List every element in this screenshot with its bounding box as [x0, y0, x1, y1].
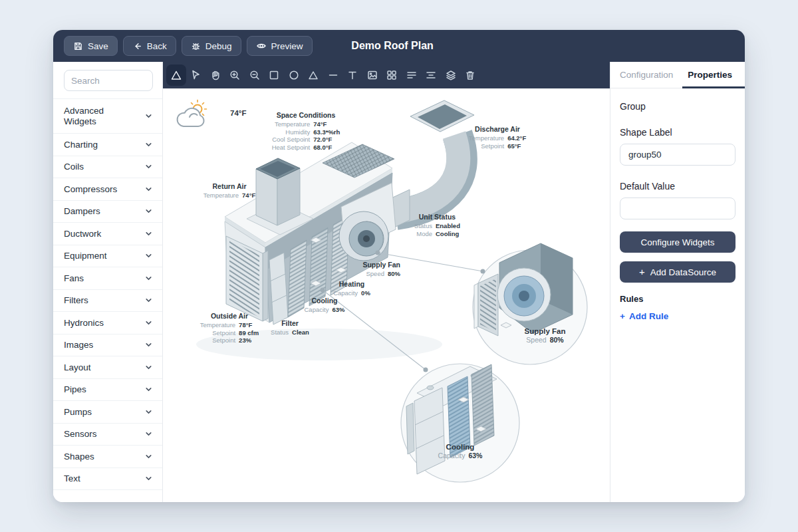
tool-zoom-in[interactable] [225, 62, 245, 88]
cooling-label[interactable]: Cooling Capacity63% [291, 297, 358, 314]
pointer-icon [190, 69, 201, 81]
tool-align-left[interactable] [402, 62, 422, 88]
tool-pointer[interactable] [186, 62, 206, 88]
sidebar-item-label: Ductwork [64, 229, 101, 239]
circle-icon [288, 69, 300, 81]
heating-label[interactable]: Heating Capacity0% [319, 280, 385, 297]
chevron-down-icon [144, 185, 153, 194]
default-value-label: Default Value [620, 181, 735, 192]
chevron-down-icon [144, 363, 153, 372]
sidebar-item-dampers[interactable]: Dampers [53, 201, 162, 223]
preview-label: Preview [271, 41, 303, 51]
chevron-down-icon [144, 296, 153, 305]
save-icon [73, 41, 83, 51]
configure-widgets-button[interactable]: Configure Widgets [620, 231, 735, 253]
tool-triangle[interactable] [166, 62, 186, 88]
sidebar-item-charting[interactable]: Charting [53, 134, 162, 156]
sidebar-item-label: Equipment [64, 251, 107, 261]
sidebar-item-pipes[interactable]: Pipes [53, 379, 162, 402]
sidebar-item-advanced-widgets[interactable]: Advanced Widgets [53, 99, 162, 134]
image-icon [366, 69, 378, 81]
sidebar-item-fans[interactable]: Fans [53, 267, 162, 290]
app-window: Save Back Debug Preview Demo Roof Plan A… [53, 30, 745, 502]
supply-fan-label[interactable]: Supply Fan Speed80% [332, 261, 400, 278]
chevron-down-icon [144, 385, 153, 394]
default-value-input[interactable] [620, 198, 735, 219]
cooling-callout-label[interactable]: Cooling Capacity63% [427, 443, 493, 460]
widget-sidebar: Advanced Widgets Charting Coils Compress… [53, 62, 163, 502]
sidebar-item-filters[interactable]: Filters [53, 290, 162, 313]
sidebar-item-label: Pumps [64, 407, 92, 417]
chevron-down-icon [144, 112, 153, 120]
search-input[interactable] [64, 70, 153, 91]
chevron-down-icon [144, 452, 153, 461]
tool-text[interactable] [343, 62, 363, 88]
tool-align-center[interactable] [422, 62, 442, 88]
return-air-label[interactable]: Return Air Temperature74°F [190, 182, 269, 200]
widgets-grid-icon [386, 69, 398, 81]
sidebar-item-sensors[interactable]: Sensors [53, 424, 162, 446]
drawing-canvas[interactable]: 74°F Space Conditions Temperature74°F Hu… [163, 88, 610, 502]
chevron-down-icon [144, 430, 153, 438]
bug-icon [191, 41, 201, 51]
sidebar-item-label: Coils [64, 162, 84, 172]
tool-rectangle[interactable] [265, 62, 285, 88]
sidebar-item-images[interactable]: Images [53, 334, 162, 357]
cooling-callout[interactable] [401, 364, 519, 482]
chevron-down-icon [144, 229, 153, 238]
rectangle-icon [268, 69, 280, 81]
chevron-down-icon [144, 319, 153, 327]
align-center-icon [425, 69, 437, 81]
debug-button[interactable]: Debug [182, 36, 241, 56]
add-rule-label: Add Rule [629, 311, 668, 321]
sidebar-item-label: Text [64, 473, 80, 483]
tool-circle[interactable] [284, 62, 304, 88]
tool-widgets[interactable] [382, 62, 402, 88]
sidebar-item-label: Filters [64, 295, 88, 305]
sidebar-item-pumps[interactable]: Pumps [53, 401, 162, 424]
sidebar-item-label: Fans [64, 273, 84, 283]
space-conditions-label[interactable]: Space Conditions Temperature74°F Humidit… [263, 111, 349, 151]
sidebar-item-label: Images [64, 340, 93, 350]
discharge-air-label[interactable]: Discharge Air Temperature64.2°F Setpoint… [458, 125, 537, 150]
active-tab-underline [682, 86, 745, 88]
sidebar-item-ductwork[interactable]: Ductwork [53, 223, 162, 245]
tool-image[interactable] [362, 62, 382, 88]
tool-layers[interactable] [441, 62, 461, 88]
supply-fan-callout[interactable] [473, 243, 587, 364]
sidebar-item-shapes[interactable]: Shapes [53, 446, 162, 468]
sidebar-item-text[interactable]: Text [53, 468, 162, 491]
tab-configuration[interactable]: Configuration [620, 70, 673, 80]
triangle-icon [307, 69, 319, 81]
supply-fan-callout-label[interactable]: Supply Fan Speed80% [507, 327, 583, 344]
save-button[interactable]: Save [64, 36, 118, 56]
back-button[interactable]: Back [123, 36, 176, 56]
sidebar-item-compressors[interactable]: Compressors [53, 178, 162, 201]
unit-status-label[interactable]: Unit Status StatusEnabled ModeCooling [399, 213, 475, 237]
sidebar-item-label: Advanced Widgets [64, 106, 114, 127]
add-datasource-button[interactable]: + Add DataSource [620, 261, 735, 283]
tool-zoom-out[interactable] [245, 62, 265, 88]
add-rule-button[interactable]: + Add Rule [620, 311, 668, 321]
preview-button[interactable]: Preview [247, 36, 313, 56]
chevron-down-icon [144, 162, 153, 171]
tool-line[interactable] [323, 62, 343, 88]
sidebar-item-label: Compressors [64, 184, 117, 194]
plus-icon: + [620, 311, 625, 321]
back-label: Back [147, 41, 167, 51]
add-datasource-label: Add DataSource [650, 267, 716, 277]
filter-label[interactable]: Filter StatusClean [257, 319, 323, 336]
sidebar-item-coils[interactable]: Coils [53, 156, 162, 179]
configure-widgets-label: Configure Widgets [640, 237, 714, 247]
sidebar-item-hydronics[interactable]: Hydronics [53, 312, 162, 334]
tool-delete[interactable] [461, 62, 481, 88]
sidebar-item-layout[interactable]: Layout [53, 356, 162, 379]
chevron-down-icon [144, 140, 153, 149]
tool-triangle-shape[interactable] [304, 62, 324, 88]
tab-properties[interactable]: Properties [688, 70, 732, 80]
zoom-in-icon [229, 69, 241, 81]
sidebar-item-equipment[interactable]: Equipment [53, 245, 162, 268]
shape-label-input[interactable] [620, 144, 735, 166]
shape-label-label: Shape Label [620, 127, 735, 138]
tool-pan[interactable] [205, 62, 225, 88]
